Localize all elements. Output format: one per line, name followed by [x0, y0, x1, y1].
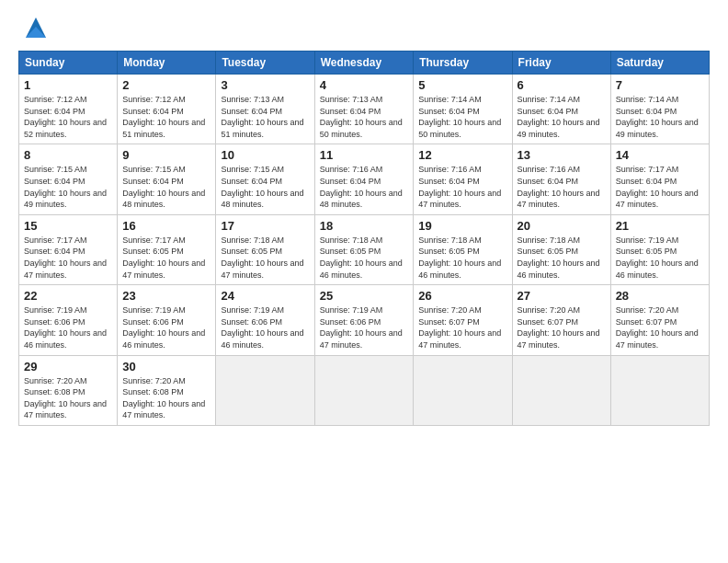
sunrise-text: Sunrise: 7:14 AM [418, 95, 482, 104]
day-info: Sunrise: 7:20 AMSunset: 6:07 PMDaylight:… [418, 304, 506, 350]
sunrise-text: Sunrise: 7:20 AM [418, 305, 482, 315]
day-info: Sunrise: 7:15 AMSunset: 6:04 PMDaylight:… [24, 164, 112, 210]
sunrise-text: Sunrise: 7:14 AM [616, 95, 679, 104]
table-row: 28Sunrise: 7:20 AMSunset: 6:07 PMDayligh… [610, 285, 709, 355]
sunset-text: Sunset: 6:04 PM [221, 107, 282, 116]
sunrise-text: Sunrise: 7:15 AM [221, 165, 284, 174]
daylight-text: Daylight: 10 hours and 48 minutes. [320, 189, 403, 210]
logo-icon [22, 14, 50, 41]
day-number: 15 [24, 219, 112, 233]
table-row [414, 355, 512, 425]
sunrise-text: Sunrise: 7:12 AM [122, 95, 186, 104]
table-row [314, 355, 414, 425]
day-info: Sunrise: 7:13 AMSunset: 6:04 PMDaylight:… [320, 94, 409, 140]
calendar-header-row: Sunday Monday Tuesday Wednesday Thursday… [19, 52, 710, 75]
day-number: 13 [518, 148, 606, 162]
table-row: 6Sunrise: 7:14 AMSunset: 6:04 PMDaylight… [512, 75, 610, 144]
sunset-text: Sunset: 6:05 PM [418, 247, 480, 256]
table-row: 15Sunrise: 7:17 AMSunset: 6:04 PMDayligh… [19, 214, 118, 284]
day-number: 9 [122, 148, 210, 162]
daylight-text: Daylight: 10 hours and 46 minutes. [320, 259, 403, 280]
table-row: 3Sunrise: 7:13 AMSunset: 6:04 PMDaylight… [216, 75, 314, 144]
table-row: 5Sunrise: 7:14 AMSunset: 6:04 PMDaylight… [414, 75, 512, 144]
day-info: Sunrise: 7:18 AMSunset: 6:05 PMDaylight:… [320, 235, 409, 281]
header-sunday: Sunday [19, 52, 118, 75]
sunset-text: Sunset: 6:04 PM [616, 107, 677, 116]
day-info: Sunrise: 7:15 AMSunset: 6:04 PMDaylight:… [122, 164, 210, 210]
sunrise-text: Sunrise: 7:19 AM [221, 305, 284, 315]
header-tuesday: Tuesday [216, 52, 314, 75]
daylight-text: Daylight: 10 hours and 47 minutes. [418, 189, 501, 210]
table-row: 27Sunrise: 7:20 AMSunset: 6:07 PMDayligh… [512, 285, 610, 355]
header-monday: Monday [118, 52, 216, 75]
table-row: 23Sunrise: 7:19 AMSunset: 6:06 PMDayligh… [118, 285, 216, 355]
daylight-text: Daylight: 10 hours and 50 minutes. [320, 118, 403, 139]
sunset-text: Sunset: 6:05 PM [616, 247, 677, 256]
daylight-text: Daylight: 10 hours and 47 minutes. [320, 328, 403, 350]
calendar-week-row: 8Sunrise: 7:15 AMSunset: 6:04 PMDaylight… [19, 144, 710, 214]
daylight-text: Daylight: 10 hours and 46 minutes. [221, 328, 303, 350]
sunrise-text: Sunrise: 7:20 AM [616, 305, 679, 315]
sunrise-text: Sunrise: 7:16 AM [320, 165, 383, 174]
header [18, 14, 710, 41]
day-number: 6 [518, 78, 606, 92]
day-number: 19 [418, 219, 506, 233]
sunrise-text: Sunrise: 7:13 AM [221, 95, 284, 104]
sunset-text: Sunset: 6:04 PM [122, 177, 184, 186]
day-number: 27 [518, 289, 606, 303]
daylight-text: Daylight: 10 hours and 47 minutes. [122, 399, 205, 420]
table-row: 20Sunrise: 7:18 AMSunset: 6:05 PMDayligh… [512, 214, 610, 284]
sunset-text: Sunset: 6:06 PM [24, 317, 85, 327]
table-row: 25Sunrise: 7:19 AMSunset: 6:06 PMDayligh… [314, 285, 414, 355]
day-number: 1 [24, 78, 112, 92]
sunrise-text: Sunrise: 7:19 AM [320, 305, 383, 315]
table-row: 8Sunrise: 7:15 AMSunset: 6:04 PMDaylight… [19, 144, 118, 214]
day-info: Sunrise: 7:20 AMSunset: 6:08 PMDaylight:… [24, 375, 112, 421]
table-row: 26Sunrise: 7:20 AMSunset: 6:07 PMDayligh… [414, 285, 512, 355]
daylight-text: Daylight: 10 hours and 48 minutes. [122, 189, 205, 210]
table-row: 29Sunrise: 7:20 AMSunset: 6:08 PMDayligh… [19, 355, 118, 425]
daylight-text: Daylight: 10 hours and 49 minutes. [24, 189, 107, 210]
sunrise-text: Sunrise: 7:13 AM [320, 95, 383, 104]
calendar-week-row: 29Sunrise: 7:20 AMSunset: 6:08 PMDayligh… [19, 355, 710, 425]
day-number: 14 [616, 148, 704, 162]
day-number: 5 [418, 78, 506, 92]
calendar-table: Sunday Monday Tuesday Wednesday Thursday… [18, 51, 710, 426]
sunset-text: Sunset: 6:08 PM [122, 387, 184, 396]
table-row: 10Sunrise: 7:15 AMSunset: 6:04 PMDayligh… [216, 144, 314, 214]
sunset-text: Sunset: 6:04 PM [24, 177, 85, 186]
sunset-text: Sunset: 6:06 PM [320, 317, 381, 327]
sunset-text: Sunset: 6:04 PM [518, 177, 579, 186]
table-row: 14Sunrise: 7:17 AMSunset: 6:04 PMDayligh… [610, 144, 709, 214]
sunset-text: Sunset: 6:08 PM [24, 387, 85, 396]
sunset-text: Sunset: 6:04 PM [320, 177, 381, 186]
day-number: 4 [320, 78, 409, 92]
day-info: Sunrise: 7:14 AMSunset: 6:04 PMDaylight:… [418, 94, 506, 140]
day-info: Sunrise: 7:14 AMSunset: 6:04 PMDaylight:… [518, 94, 606, 140]
table-row: 18Sunrise: 7:18 AMSunset: 6:05 PMDayligh… [314, 214, 414, 284]
day-info: Sunrise: 7:20 AMSunset: 6:07 PMDaylight:… [518, 304, 606, 350]
sunset-text: Sunset: 6:04 PM [418, 177, 480, 186]
sunrise-text: Sunrise: 7:20 AM [518, 305, 581, 315]
table-row [610, 355, 709, 425]
day-info: Sunrise: 7:17 AMSunset: 6:04 PMDaylight:… [24, 235, 112, 281]
daylight-text: Daylight: 10 hours and 46 minutes. [616, 259, 699, 280]
day-number: 25 [320, 289, 409, 303]
sunset-text: Sunset: 6:05 PM [518, 247, 579, 256]
table-row: 22Sunrise: 7:19 AMSunset: 6:06 PMDayligh… [19, 285, 118, 355]
sunset-text: Sunset: 6:07 PM [418, 317, 480, 327]
logo [18, 14, 50, 41]
day-number: 26 [418, 289, 506, 303]
day-info: Sunrise: 7:19 AMSunset: 6:06 PMDaylight:… [221, 304, 309, 350]
calendar-week-row: 22Sunrise: 7:19 AMSunset: 6:06 PMDayligh… [19, 285, 710, 355]
day-number: 30 [122, 360, 210, 373]
day-number: 18 [320, 219, 409, 233]
day-number: 22 [24, 289, 112, 303]
sunset-text: Sunset: 6:06 PM [221, 317, 282, 327]
sunset-text: Sunset: 6:04 PM [221, 177, 282, 186]
day-info: Sunrise: 7:17 AMSunset: 6:04 PMDaylight:… [616, 164, 704, 210]
table-row: 16Sunrise: 7:17 AMSunset: 6:05 PMDayligh… [118, 214, 216, 284]
sunrise-text: Sunrise: 7:19 AM [616, 236, 679, 245]
sunset-text: Sunset: 6:05 PM [320, 247, 381, 256]
day-info: Sunrise: 7:15 AMSunset: 6:04 PMDaylight:… [221, 164, 309, 210]
